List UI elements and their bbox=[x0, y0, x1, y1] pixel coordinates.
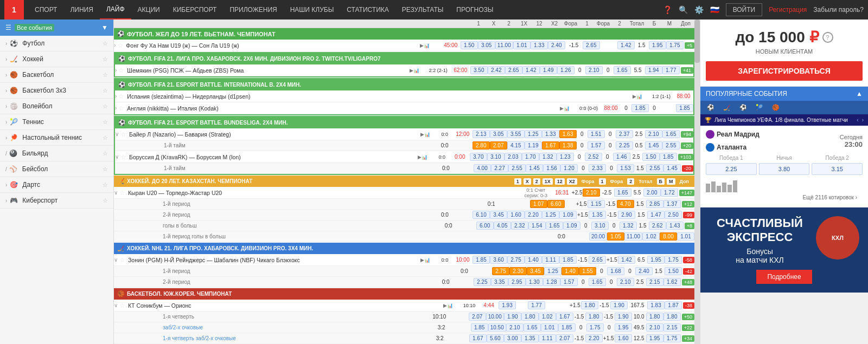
sidebar-item-baseball[interactable]: / ⚾ Бейсбол ☆ bbox=[0, 161, 113, 177]
odds-1x[interactable]: 1.65 bbox=[524, 323, 541, 332]
odds-f2[interactable]: 1.90 bbox=[610, 301, 628, 309]
odds-f2[interactable]: 1.42 bbox=[617, 41, 635, 49]
odds-m[interactable]: 2.55 bbox=[662, 141, 680, 150]
forgot-link[interactable]: Забыли пароль? bbox=[813, 6, 864, 14]
odds-1x[interactable]: 2.20 bbox=[525, 211, 542, 219]
odds-f2[interactable]: 2.25 bbox=[616, 141, 633, 150]
odds-x[interactable]: 5.60 bbox=[487, 334, 504, 342]
odds-1x[interactable]: 1.42 bbox=[522, 66, 540, 74]
tab-football2[interactable]: ⚽ bbox=[737, 103, 749, 112]
odds-f1[interactable]: 2.65 bbox=[589, 256, 606, 264]
odds-m[interactable]: 2.50 bbox=[665, 211, 682, 219]
odds-12[interactable]: 1.01 bbox=[541, 323, 558, 332]
odds-2[interactable]: 2.03 bbox=[505, 153, 522, 161]
odds-1[interactable]: 2.80 bbox=[473, 141, 490, 150]
odds-1[interactable]: 6.10 bbox=[473, 211, 490, 219]
odds-x[interactable]: 4.05 bbox=[494, 222, 511, 230]
favorite-icon[interactable]: ☆ bbox=[103, 72, 108, 79]
more-odds-link[interactable]: Ещё 2116 котировок › bbox=[706, 192, 863, 203]
odds-m[interactable]: 1.75 bbox=[666, 41, 684, 49]
odds-1[interactable]: 3.70 bbox=[470, 153, 487, 161]
odds-x2[interactable]: 1.23 bbox=[557, 153, 574, 161]
sidebar-item-basketball[interactable]: › 🏀 Баскетбол ☆ bbox=[0, 67, 113, 83]
expand-icon[interactable]: › bbox=[115, 105, 117, 111]
odds-x2[interactable]: 1.57 bbox=[560, 278, 578, 286]
odds-f2[interactable]: 1.95 bbox=[615, 323, 632, 332]
register-button[interactable]: ЗАРЕГИСТРИРОВАТЬСЯ bbox=[706, 61, 863, 81]
star-icon[interactable]: ☆ bbox=[119, 189, 125, 197]
odds-2[interactable]: 2.75 bbox=[507, 256, 525, 264]
odds-f1[interactable]: 2.33 bbox=[589, 164, 606, 172]
odds-m[interactable]: 1.37 bbox=[663, 200, 681, 208]
odds-1[interactable]: 2.07 bbox=[469, 313, 486, 321]
star-icon[interactable]: ☆ bbox=[118, 105, 124, 112]
odds-b[interactable]: 1.80 bbox=[646, 313, 663, 321]
odds-f1[interactable]: 1.80 bbox=[585, 313, 603, 321]
sidebar-item-tabletennis[interactable]: › 🏓 Настольный теннис ☆ bbox=[0, 130, 113, 146]
odds-m[interactable]: 1.65 bbox=[662, 130, 680, 138]
next-arrow[interactable]: › bbox=[862, 117, 864, 123]
odds-12[interactable]: 1.28 bbox=[543, 278, 560, 286]
odds-2[interactable]: 11.00 bbox=[624, 232, 642, 241]
odds-12[interactable]: 1.65 bbox=[546, 222, 563, 230]
prev-arrow[interactable]: ‹ bbox=[857, 117, 858, 123]
match-odds-2[interactable]: 3.15 bbox=[812, 163, 863, 175]
odds-x2[interactable]: 1.26 bbox=[557, 66, 575, 74]
odds-1[interactable]: 2.25 bbox=[474, 278, 491, 286]
odds-b[interactable]: 2.85 bbox=[646, 200, 663, 208]
odds-f1[interactable]: 1.35 bbox=[589, 211, 606, 219]
odds-1[interactable]: 1.07 bbox=[530, 200, 547, 208]
odds-1x[interactable]: 1.19 bbox=[525, 141, 542, 150]
nav-item-clubs[interactable]: НАШИ КЛУБЫ bbox=[284, 0, 341, 20]
odds-x[interactable]: 1.05 bbox=[607, 232, 624, 241]
star-icon[interactable]: ☆ bbox=[118, 93, 124, 100]
nav-item-prognoz[interactable]: ПРОГНОЗЫ bbox=[450, 0, 500, 20]
odds-1x[interactable]: 1.01 bbox=[513, 41, 531, 49]
search-icon[interactable]: 🔍 bbox=[679, 5, 688, 14]
odds-m[interactable]: 1.87 bbox=[665, 301, 682, 309]
odds-2[interactable]: 2.95 bbox=[508, 278, 526, 286]
odds-x2[interactable]: 1.85 bbox=[559, 256, 577, 264]
odds-x[interactable]: 2.07 bbox=[490, 141, 507, 150]
odds-12[interactable]: 1.32 bbox=[539, 153, 557, 161]
odds-1x[interactable]: 1.45 bbox=[526, 164, 543, 172]
language-icon[interactable]: 🇷🇺 bbox=[710, 5, 719, 14]
odds-1x[interactable]: 1.25 bbox=[525, 130, 542, 138]
odds-f1[interactable]: 1.15 bbox=[588, 200, 605, 208]
odds-b[interactable]: 1.50 bbox=[665, 267, 682, 275]
odds-1[interactable]: 2.75 bbox=[492, 267, 509, 275]
odds-m[interactable]: 2.15 bbox=[663, 323, 681, 332]
odds-f2[interactable]: 4.70 bbox=[617, 200, 634, 208]
star-icon[interactable]: ☆ bbox=[120, 153, 126, 161]
odds-f2[interactable]: 2.37 bbox=[616, 130, 633, 138]
odds-x2[interactable]: 1.55 bbox=[579, 267, 596, 275]
odds-f1[interactable]: 2.20 bbox=[585, 334, 603, 342]
nav-item-results[interactable]: РЕЗУЛЬТАТЫ bbox=[395, 0, 450, 20]
odds-12[interactable]: 1.33 bbox=[542, 130, 559, 138]
odds-x[interactable]: 3.05 bbox=[490, 130, 507, 138]
odds-2[interactable]: 1.77 bbox=[528, 301, 545, 309]
odds-x[interactable]: 2.30 bbox=[509, 267, 527, 275]
expand-icon[interactable]: ∨ bbox=[115, 154, 119, 160]
odds-f2[interactable]: 1.90 bbox=[615, 313, 632, 321]
help-icon[interactable]: ? bbox=[822, 32, 833, 43]
odds-12[interactable]: 1.67 bbox=[542, 141, 559, 150]
collapse-icon[interactable]: ▲ bbox=[856, 90, 863, 98]
nav-item-liniya[interactable]: ЛИНИЯ bbox=[63, 0, 99, 20]
odds-2[interactable]: 2.55 bbox=[508, 164, 526, 172]
odds-2[interactable]: 2.32 bbox=[511, 222, 528, 230]
odds-2[interactable]: 3.00 bbox=[504, 334, 521, 342]
tab-tennis[interactable]: 🎾 bbox=[754, 103, 765, 112]
star-icon[interactable]: ☆ bbox=[118, 67, 124, 74]
odds-12[interactable]: 1.02 bbox=[539, 313, 556, 321]
odds-f1[interactable]: 2.65 bbox=[583, 41, 600, 49]
odds-2[interactable]: 3.55 bbox=[507, 130, 525, 138]
odds-x[interactable]: 2.42 bbox=[488, 66, 505, 74]
tab-hockey[interactable]: 🏒 bbox=[721, 103, 733, 112]
odds-1x[interactable]: 1.40 bbox=[525, 256, 542, 264]
odds-x[interactable]: 3.05 bbox=[478, 41, 495, 49]
favorite-icon[interactable]: ☆ bbox=[103, 166, 108, 173]
sidebar-item-esports[interactable]: › 🎮 Киберспорт ☆ bbox=[0, 193, 113, 209]
odds-f1[interactable]: 1.68 bbox=[607, 267, 624, 275]
odds-x[interactable]: 10.00 bbox=[486, 313, 504, 321]
